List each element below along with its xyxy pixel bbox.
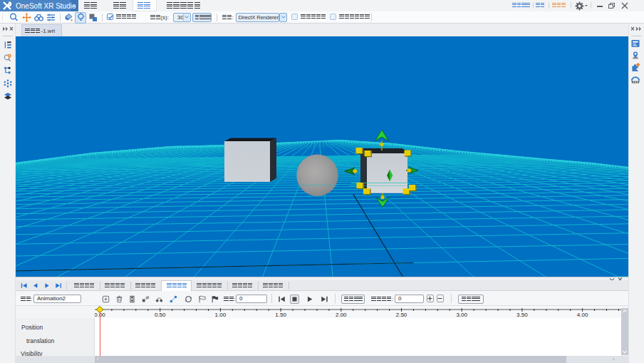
svg-text:0.50: 0.50: [155, 312, 166, 318]
svg-text:3.00: 3.00: [456, 312, 467, 318]
svg-text:1.00: 1.00: [215, 312, 227, 318]
svg-text:2.00: 2.00: [336, 312, 347, 318]
svg-text:4.00: 4.00: [577, 312, 588, 318]
svg-text:1.50: 1.50: [275, 312, 286, 318]
svg-text:3.50: 3.50: [516, 312, 528, 318]
svg-text:2.50: 2.50: [396, 312, 407, 318]
